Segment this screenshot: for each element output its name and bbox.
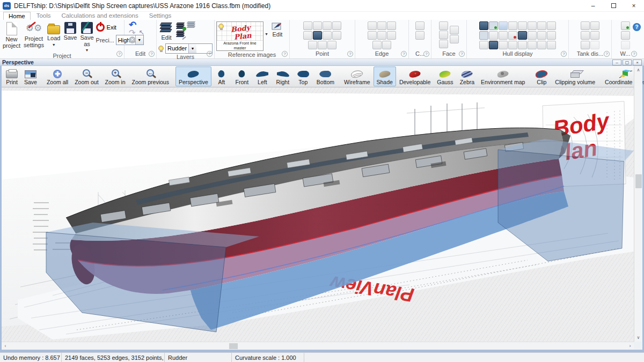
tank-display-icon[interactable]	[590, 41, 599, 49]
clipping-volume-button[interactable]: Clipping volume	[552, 67, 598, 86]
hull-display-icon[interactable]	[489, 41, 498, 49]
point-tool-icon[interactable]	[303, 21, 312, 30]
hull-display-icon[interactable]	[479, 41, 488, 49]
hull-display-icon[interactable]	[518, 31, 527, 40]
point-tool-icon[interactable]	[303, 31, 312, 40]
window-tool-icon[interactable]	[621, 41, 630, 49]
hull-display-icon[interactable]	[547, 41, 556, 49]
face-tool-icon[interactable]	[439, 21, 448, 30]
viewport-maximize-icon[interactable]: ▢	[623, 60, 632, 65]
reference-image-thumbnail[interactable]: Body Plan Arazona Front line master	[216, 21, 264, 51]
face-tool-icon[interactable]	[439, 40, 448, 48]
clip-button[interactable]: Clip	[531, 67, 552, 86]
edge-tool-icon[interactable]	[377, 31, 386, 40]
select-cursor-icon[interactable]: ↖	[139, 29, 145, 36]
point-tool-icon[interactable]	[308, 41, 317, 49]
hull-display-icon[interactable]	[518, 41, 527, 49]
redo-icon[interactable]: ↷	[129, 29, 136, 36]
load-button[interactable]: Load▼	[46, 21, 61, 47]
edge-tool-icon[interactable]	[368, 21, 377, 30]
hull-display-icon[interactable]	[518, 21, 527, 30]
scroll-right-icon[interactable]: ›	[626, 343, 634, 349]
hull-display-icon[interactable]	[489, 31, 498, 40]
project-settings-button[interactable]: ⚙⚙Project settings	[23, 21, 45, 49]
group-help-icon[interactable]: ?	[207, 51, 213, 57]
point-tool-icon[interactable]	[318, 41, 327, 49]
hull-display-icon[interactable]	[499, 41, 508, 49]
face-tool-icon[interactable]	[439, 31, 448, 39]
vertical-scroll-thumb[interactable]	[635, 174, 642, 188]
hull-display-icon[interactable]	[508, 21, 517, 30]
point-tool-icon[interactable]	[313, 21, 322, 30]
active-layer-select[interactable]: Rudder▼	[165, 43, 213, 54]
edge-tool-icon[interactable]	[382, 41, 391, 49]
edge-tool-icon[interactable]	[372, 41, 382, 49]
tank-display-icon[interactable]	[590, 31, 599, 40]
hull-display-icon[interactable]	[508, 41, 517, 49]
group-help-icon[interactable]: ?	[631, 51, 637, 57]
developable-button[interactable]: Developable	[396, 67, 434, 86]
view-right-button[interactable]: Right	[273, 67, 293, 86]
gauss-button[interactable]: Gauss	[434, 67, 456, 86]
group-help-icon[interactable]: ?	[561, 51, 567, 57]
edge-tool-icon[interactable]	[387, 21, 396, 30]
point-tool-icon[interactable]	[323, 31, 332, 40]
edge-tool-icon[interactable]	[368, 31, 377, 40]
layers-edit-button[interactable]: Edit	[158, 21, 174, 42]
viewport-minimize-icon[interactable]: –	[612, 60, 621, 65]
shade-button[interactable]: Shade	[374, 67, 396, 86]
print-button[interactable]: Print	[3, 67, 21, 86]
view-bottom-button[interactable]: Bottom	[313, 67, 338, 86]
scroll-left-icon[interactable]: ‹	[2, 343, 9, 349]
reference-edit-button[interactable]: Edit	[269, 21, 286, 39]
vertical-scrollbar[interactable]: ∧ ∨	[634, 67, 642, 342]
tab-settings[interactable]: Settings	[144, 12, 177, 20]
window-tool-icon[interactable]	[621, 31, 630, 40]
face-tool-icon[interactable]	[450, 35, 459, 43]
view-left-button[interactable]: Left	[252, 67, 273, 86]
window-tool-icon[interactable]	[621, 21, 630, 30]
hull-display-icon[interactable]	[528, 21, 537, 30]
restore-icon[interactable]	[603, 0, 624, 12]
curve-tool-icon[interactable]	[415, 31, 425, 40]
view-perspective-button[interactable]: Perspective	[175, 67, 211, 86]
curve-tool-icon[interactable]	[415, 21, 425, 30]
edge-tool-icon[interactable]	[387, 31, 396, 40]
hull-display-icon[interactable]	[479, 31, 488, 40]
tank-display-icon[interactable]	[581, 21, 590, 30]
zoom-in-button[interactable]: +Zoom in	[102, 67, 129, 86]
chevron-down-icon[interactable]: ▼	[265, 21, 268, 36]
point-tool-icon[interactable]	[332, 31, 341, 40]
tank-display-icon[interactable]	[590, 21, 599, 30]
zebra-button[interactable]: Zebra	[457, 67, 478, 86]
point-tool-icon[interactable]	[323, 21, 332, 30]
help-icon[interactable]: ?	[633, 23, 641, 31]
horizontal-scroll-thumb[interactable]	[229, 343, 238, 349]
scroll-up-icon[interactable]: ∧	[637, 67, 640, 74]
hull-display-icon[interactable]	[479, 21, 488, 30]
wireframe-button[interactable]: Wireframe	[341, 67, 373, 86]
environment-map-button[interactable]: Environment map	[478, 67, 528, 86]
zoom-out-button[interactable]: −Zoom out	[71, 67, 101, 86]
zoom-all-button[interactable]: ✚Zoom all	[43, 67, 71, 86]
hull-display-icon[interactable]	[528, 31, 537, 40]
tab-tools[interactable]: Tools	[32, 12, 56, 20]
tab-calculations[interactable]: Calculations and extensions	[57, 12, 143, 20]
tank-display-icon[interactable]	[581, 41, 590, 49]
add-layer-icon[interactable]	[175, 23, 185, 30]
group-help-icon[interactable]: ?	[347, 51, 353, 57]
edge-tool-icon[interactable]	[377, 21, 386, 30]
group-help-icon[interactable]: ?	[423, 51, 429, 57]
view-top-button[interactable]: Top	[293, 67, 313, 86]
hull-display-icon[interactable]	[528, 41, 537, 49]
scroll-down-icon[interactable]: ∨	[637, 334, 640, 342]
tank-display-icon[interactable]	[581, 31, 590, 40]
group-help-icon[interactable]: ?	[604, 51, 610, 57]
hull-display-icon[interactable]	[537, 31, 546, 40]
face-tool-icon[interactable]	[450, 26, 459, 34]
view-aft-button[interactable]: Aft	[211, 67, 232, 86]
tab-home[interactable]: Home	[3, 12, 31, 20]
hull-display-icon[interactable]	[508, 31, 517, 40]
view-front-button[interactable]: Front	[232, 67, 252, 86]
3d-viewport[interactable]: PlanView Body Plan	[2, 87, 634, 342]
